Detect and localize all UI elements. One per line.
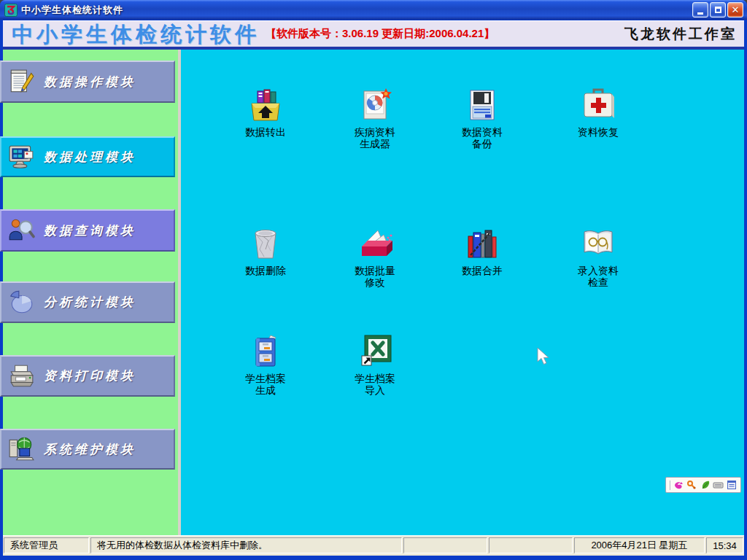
keyboard-icon[interactable] [713, 480, 724, 491]
excel-import-icon [356, 332, 394, 370]
shortcut-data-delete[interactable]: 数据删除 [222, 225, 309, 276]
close-icon: ✕ [732, 5, 740, 15]
notepad-pen-icon [7, 68, 35, 96]
statusbar-empty-panel [489, 537, 573, 553]
sidebar-item-label: 系统维护模块 [44, 441, 136, 458]
shortcut-student-file-import[interactable]: 学生档案 导入 [331, 332, 419, 396]
disease-generator-icon [356, 86, 394, 124]
floppy-backup-icon [463, 86, 501, 124]
close-button[interactable]: ✕ [727, 2, 743, 18]
shortcut-student-file-generate[interactable]: 学生档案 生成 [222, 332, 309, 396]
list-window-icon[interactable] [726, 480, 737, 491]
shortcut-data-merge[interactable]: 数据合并 [438, 225, 526, 276]
shortcut-data-backup[interactable]: 数据资料 备份 [438, 86, 526, 149]
sidebar-item-label: 资料打印模块 [44, 368, 136, 384]
statusbar-date: 2006年4月21日 星期五 [574, 537, 705, 553]
shortcut-label: 数据删除 [222, 265, 309, 276]
minimize-icon [697, 12, 703, 15]
sidebar-item-print[interactable]: 资料打印模块 [0, 355, 175, 397]
pie-chart-icon [7, 289, 35, 316]
export-box-icon [247, 86, 285, 124]
leaf-icon[interactable] [700, 480, 711, 491]
person-search-icon [7, 217, 35, 244]
shortcut-label: 资料恢复 [554, 126, 642, 138]
batch-edit-icon [356, 225, 394, 262]
shortcut-label: 学生档案 导入 [331, 373, 419, 396]
shortcut-label: 数据合并 [438, 265, 526, 276]
trash-bucket-icon [247, 225, 285, 262]
grip-handle[interactable] [670, 481, 671, 490]
sidebar-item-label: 数据操作模块 [44, 74, 136, 90]
sidebar-item-data-query[interactable]: 数据查询模块 [0, 209, 175, 252]
pink-swirl-icon[interactable] [673, 480, 684, 491]
first-aid-icon [579, 86, 617, 124]
sidebar-item-label: 数据处理模块 [44, 149, 136, 166]
statusbar: 系统管理员 将无用的体检数据从体检资料库中删除。 2006年4月21日 星期五 … [3, 535, 744, 556]
studio-name: 飞龙软件工作室 [624, 25, 737, 44]
statusbar-empty-panel [403, 537, 487, 553]
header-banner: 中小学生体检统计软件 【软件版本号：3.06.19 更新日期:2006.04.2… [3, 20, 744, 47]
shortcut-data-export[interactable]: 数据转出 [222, 86, 309, 138]
shortcut-label: 数据批量 修改 [331, 265, 419, 288]
statusbar-user: 系统管理员 [4, 537, 89, 553]
sidebar-item-system-maintenance[interactable]: 系统维护模块 [0, 429, 175, 470]
shortcut-label: 数据转出 [222, 126, 309, 138]
sidebar-item-label: 分析统计模块 [44, 294, 136, 311]
app-logo-icon [4, 4, 18, 17]
key-icon[interactable] [686, 480, 697, 491]
mouse-cursor [536, 347, 551, 366]
printer-icon [7, 362, 35, 390]
sidebar-item-analysis-statistics[interactable]: 分析统计模块 [0, 281, 175, 323]
shortcut-batch-modify[interactable]: 数据批量 修改 [331, 225, 419, 288]
mini-toolbar [665, 477, 741, 493]
shortcut-label: 疾病资料 生成器 [331, 126, 419, 149]
shortcut-disease-generator[interactable]: 疾病资料 生成器 [331, 86, 419, 149]
titlebar: 中小学生体检统计软件 ✕ [0, 0, 747, 20]
sidebar-item-data-processing[interactable]: 数据处理模块 [0, 136, 175, 177]
maximize-icon [715, 7, 721, 13]
book-glasses-icon [579, 225, 617, 262]
shortcut-label: 数据资料 备份 [438, 126, 526, 149]
shortcut-label: 学生档案 生成 [222, 373, 309, 396]
file-cabinet-icon [247, 332, 285, 370]
window-bottom-border [0, 556, 747, 560]
sidebar-item-data-operation[interactable]: 数据操作模块 [0, 61, 175, 103]
monitor-icon [7, 143, 35, 171]
shortcut-input-check[interactable]: 录入资料 检查 [554, 225, 642, 288]
app-title: 中小学生体检统计软件 [12, 22, 260, 47]
version-info: 【软件版本号：3.06.19 更新日期:2006.04.21】 [266, 27, 495, 41]
window-title: 中小学生体检统计软件 [21, 4, 692, 17]
maximize-button[interactable] [710, 2, 726, 18]
sidebar-item-label: 数据查询模块 [44, 222, 136, 239]
shortcut-label: 录入资料 检查 [554, 265, 642, 288]
minimize-button[interactable] [692, 2, 708, 18]
statusbar-message: 将无用的体检数据从体检资料库中删除。 [90, 537, 402, 553]
app-window: 中小学生体检统计软件 ✕ 中小学生体检统计软件 【软件版本号：3.06.19 更… [0, 0, 747, 560]
computer-globe-icon [7, 435, 35, 463]
shortcut-data-restore[interactable]: 资料恢复 [554, 86, 642, 138]
statusbar-time: 15:34 [706, 537, 743, 553]
books-merge-icon [463, 225, 501, 262]
